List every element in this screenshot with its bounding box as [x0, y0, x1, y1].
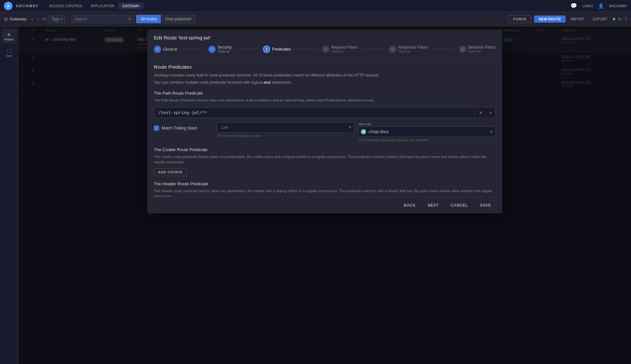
match-trailing-label: Match Trailing Slash: [162, 126, 197, 130]
vault-icon: ⬚: [7, 48, 12, 54]
sidebar: ≡ Routes ⬚ Vault: [0, 26, 18, 364]
modal-overlay: Edit Route 'test-spring-jwt' ✓ General ✓: [18, 26, 631, 364]
api-label: open-api: [358, 122, 496, 126]
checkbox-check-icon: ✓: [155, 126, 158, 130]
cookie-section-desc: The Cookie route predicate factory takes…: [154, 154, 496, 165]
chevron-down-icon: ▾: [61, 17, 62, 21]
save-button[interactable]: SAVE: [475, 201, 496, 210]
nav-item-application[interactable]: APPLICATION: [87, 3, 118, 9]
path-section-title: The Path Route Predicate: [154, 91, 496, 96]
new-route-button[interactable]: NEW ROUTE: [534, 15, 565, 23]
search-input[interactable]: [75, 17, 128, 21]
step-6-circle: 6: [459, 46, 466, 53]
modal-header: Edit Route 'test-spring-jwt': [147, 30, 502, 45]
step-predicates[interactable]: 3 Predicates: [263, 46, 291, 53]
export-button[interactable]: EXPORT: [590, 15, 610, 23]
nav-item-gateway[interactable]: GATEWAY: [118, 3, 144, 9]
step-connector-5: [431, 49, 456, 49]
refresh-icon[interactable]: ↻: [618, 16, 622, 22]
step-6-label: Behavior Filters: [468, 45, 496, 50]
only-published-filter[interactable]: Only published: [161, 15, 195, 23]
link-helper-text: This route will appear as a link: [217, 134, 354, 138]
routes-panel: # Name Status URI Predicates Filters Upd…: [18, 26, 631, 364]
step-request-filters[interactable]: 4 Request Filters Optional: [322, 45, 358, 53]
import-button[interactable]: IMPORT: [568, 15, 588, 23]
step-2-label: Security: [218, 45, 232, 50]
step-6-sublabel: Optional: [468, 50, 496, 53]
add-cookie-button[interactable]: ADD COOKIE: [154, 168, 187, 176]
step-4-circle: 4: [322, 46, 329, 53]
tags-dropdown[interactable]: Tags ▾: [48, 15, 65, 23]
cancel-button[interactable]: CANCEL: [446, 201, 473, 210]
next-button[interactable]: NEXT: [423, 201, 443, 210]
step-2-sublabel: Optional: [218, 50, 232, 53]
api-clear-icon[interactable]: ✕: [490, 129, 493, 134]
section-desc-2b: statements.: [271, 80, 292, 85]
step-5-circle: 5: [389, 46, 396, 53]
path-input-row: ✕ +: [154, 107, 496, 118]
modal-footer: BACK NEXT CANCEL SAVE: [147, 197, 502, 214]
user-icon[interactable]: 👤: [598, 3, 604, 9]
step-4-sublabel: Optional: [331, 50, 358, 53]
step-5-sublabel: Optional: [398, 50, 428, 53]
gateway-label: Gateway: [10, 16, 27, 21]
tags-dropdown-label: Tags: [51, 17, 59, 21]
top-nav-brand-text: ARCHWAY: [16, 4, 39, 8]
nav-item-access-control[interactable]: ACCESS CONTROL: [45, 3, 87, 9]
step-security[interactable]: ✓ Security Optional: [208, 45, 232, 53]
step-response-filters[interactable]: 5 Response Filters Optional: [389, 45, 428, 53]
api-input-group: open-api ◆ ✕ This route will expose an o…: [358, 122, 496, 142]
step-behavior-filters[interactable]: 6 Behavior Filters Optional: [459, 45, 496, 53]
section-desc-2-text: You can combine multiple route predicate…: [154, 80, 262, 85]
back-button[interactable]: BACK: [399, 201, 421, 210]
path-section-desc: The Path Route Predicate Factory takes t…: [154, 98, 496, 103]
add-path-btn[interactable]: +: [486, 107, 496, 118]
app-logo[interactable]: A: [4, 2, 12, 10]
step-1-circle: ✓: [154, 46, 161, 53]
match-trailing-check: ✓ Match Trailing Slash: [154, 125, 213, 131]
archway-nav-label: ARCHWAY: [609, 4, 627, 8]
modal: Edit Route 'test-spring-jwt' ✓ General ✓: [147, 30, 502, 214]
cookie-section-title: The Cookie Route Predicate: [154, 147, 496, 152]
step-connector-1: [180, 49, 205, 49]
step-general[interactable]: ✓ General: [154, 46, 177, 53]
routes-icon: ≡: [8, 32, 11, 37]
help-icon[interactable]: ?: [624, 16, 627, 22]
modal-body: Route Predicates Archway includes many b…: [147, 58, 502, 197]
link-clear-icon[interactable]: ✕: [348, 125, 352, 130]
header-section-title: The Header Route Predicate: [154, 181, 496, 186]
link-input-group: ✕ This route will appear as a link: [217, 122, 354, 138]
trailing-checkbox[interactable]: ✓: [154, 125, 159, 131]
section-desc-2: You can combine multiple route predicate…: [154, 80, 496, 85]
sidebar-item-routes[interactable]: ≡ Routes: [2, 29, 17, 44]
path-input[interactable]: [154, 107, 476, 118]
step-connector-2: [235, 49, 260, 49]
step-5-label: Response Filters: [398, 45, 428, 50]
step-3-label: Predicates: [272, 47, 291, 52]
sidebar-item-vault[interactable]: ⬚ Vault: [2, 45, 17, 60]
api-input[interactable]: [358, 126, 496, 137]
links-label[interactable]: LINKS: [582, 4, 593, 8]
gateway-icon: ⊞: [4, 16, 8, 22]
modal-title: Edit Route 'test-spring-jwt': [154, 35, 496, 40]
nav-forward-btn[interactable]: ›: [36, 16, 40, 22]
remove-path-btn[interactable]: ✕: [476, 107, 486, 118]
search-box[interactable]: ✕: [72, 15, 134, 23]
chat-icon[interactable]: 💬: [571, 3, 577, 9]
link-input[interactable]: [217, 122, 354, 133]
nav-back-btn[interactable]: ‹: [30, 16, 34, 22]
tags-icon: 🏷: [42, 17, 46, 21]
step-4-label: Request Filters: [331, 45, 358, 50]
step-1-label: General: [163, 47, 177, 52]
section-desc-and: and: [264, 80, 270, 85]
api-color-icon: ◆: [361, 129, 366, 134]
status-dot: [613, 18, 615, 20]
step-2-circle: ✓: [208, 46, 216, 53]
search-clear-icon[interactable]: ✕: [128, 17, 131, 21]
step-3-circle: 3: [263, 46, 270, 53]
all-routes-filter[interactable]: All routes: [136, 15, 161, 23]
force-button[interactable]: FORCE: [508, 15, 531, 23]
sidebar-vault-label: Vault: [6, 54, 12, 57]
wizard-steps: ✓ General ✓ Security Optional: [147, 45, 502, 58]
section-title: Route Predicates: [154, 64, 496, 70]
